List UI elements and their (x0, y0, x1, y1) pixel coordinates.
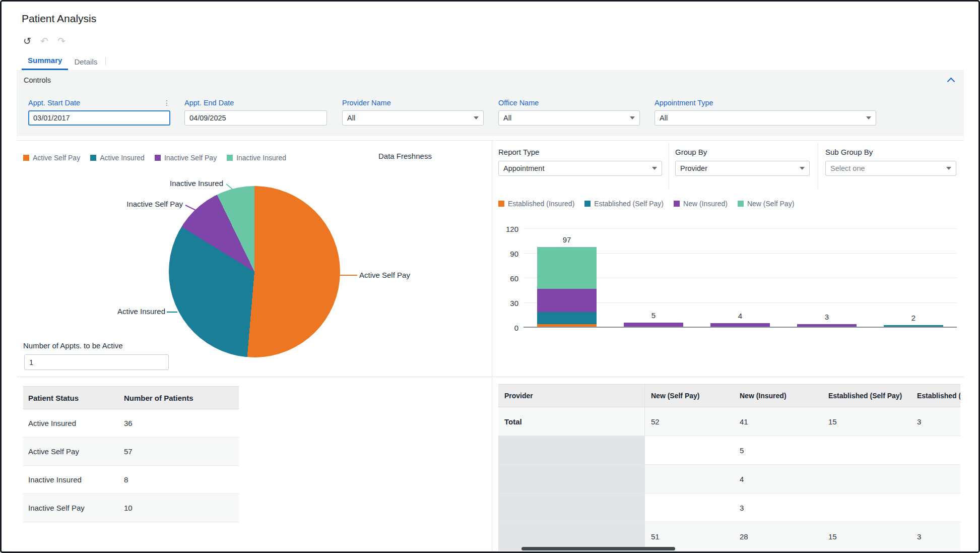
pie-legend: Active Self Pay Active Insured Inactive … (23, 154, 286, 162)
bar-segment[interactable] (797, 324, 857, 327)
table-cell: 15 (822, 407, 911, 436)
bar-segment[interactable] (710, 323, 770, 327)
table-row: Inactive Insured8 (23, 466, 239, 494)
horizontal-scrollbar-thumb[interactable] (521, 547, 675, 550)
provider-table: Provider New (Self Pay) New (Insured) Es… (498, 384, 960, 552)
appointment-type-select[interactable]: All (655, 110, 876, 126)
table-cell: 10 (119, 494, 239, 522)
appts-active-input[interactable] (24, 354, 169, 370)
bar-segment[interactable] (537, 324, 597, 327)
bar-column[interactable] (624, 323, 683, 327)
select-value: All (503, 114, 511, 122)
select-value: All (347, 114, 355, 122)
legend-item[interactable]: Established (Insured) (498, 200, 574, 208)
bar-column[interactable] (710, 323, 770, 327)
y-tick-label: 0 (514, 324, 518, 332)
pie-chart[interactable] (169, 186, 340, 357)
sub-group-by-select[interactable]: Select one (825, 161, 956, 176)
bar-column[interactable] (797, 324, 857, 327)
undo-icon[interactable]: ↶ (38, 35, 51, 48)
bar-total-label: 2 (884, 314, 943, 322)
legend-item[interactable]: Inactive Self Pay (155, 154, 217, 162)
chevron-down-icon (946, 167, 951, 170)
legend-swatch (227, 155, 233, 161)
table-cell: 5 (734, 436, 822, 464)
bar-segment[interactable] (537, 312, 597, 325)
chevron-down-icon (474, 116, 479, 119)
office-name-select[interactable]: All (498, 110, 640, 126)
provider-name-select[interactable]: All (342, 110, 484, 126)
office-name-filter: Office Name All (498, 98, 640, 126)
legend-label: New (Self Pay) (747, 200, 794, 208)
bar-segment[interactable] (537, 247, 597, 289)
table-cell: 4 (734, 465, 822, 493)
group-by-label: Group By (675, 148, 810, 156)
chevron-down-icon (800, 167, 805, 170)
column-header: New (Self Pay) (645, 385, 734, 407)
table-row: 3 (498, 494, 960, 522)
select-value: Appointment (503, 164, 544, 172)
column-header: Established (Self Pay) (822, 385, 911, 407)
filter-menu-icon[interactable]: ⋮ (163, 99, 170, 107)
column-header: Patient Status (23, 387, 119, 409)
patient-status-table: Patient Status Number of Patients Active… (23, 386, 239, 522)
bar-segment[interactable] (884, 325, 943, 327)
table-cell: 52 (645, 407, 734, 436)
reset-icon[interactable]: ↺ (21, 35, 34, 48)
legend-item[interactable]: Active Insured (90, 154, 145, 162)
legend-item[interactable]: Inactive Insured (227, 154, 286, 162)
legend-item[interactable]: Established (Self Pay) (584, 200, 664, 208)
bar-segment[interactable] (537, 289, 597, 312)
select-value: All (660, 114, 668, 122)
chevron-up-icon[interactable] (947, 78, 955, 86)
bar-column[interactable] (884, 325, 943, 327)
table-row: 4 (498, 465, 960, 494)
table-cell: Active Self Pay (23, 438, 119, 465)
appt-end-date-filter: Appt. End Date (184, 98, 327, 126)
bar-segment[interactable] (624, 323, 683, 327)
bar-column[interactable] (537, 247, 597, 327)
bar-total-label: 4 (710, 312, 770, 320)
appts-active-label: Number of Appts. to be Active (23, 341, 123, 350)
legend-item[interactable]: Active Self Pay (23, 154, 80, 162)
legend-label: Active Insured (100, 154, 145, 162)
pie-callout-line (339, 275, 357, 276)
appt-start-date-input[interactable] (28, 110, 170, 126)
data-freshness-title: Data Freshness (378, 152, 432, 160)
group-by-select[interactable]: Provider (675, 161, 810, 176)
column-header: Established (Insured) (911, 385, 960, 407)
provider-table-body: Total52411535435128153 (498, 407, 960, 551)
table-cell: 57 (119, 438, 239, 465)
redacted-provider-cell (498, 494, 645, 522)
controls-title: Controls (24, 76, 51, 84)
redacted-provider-cell (498, 465, 645, 493)
chevron-down-icon (652, 167, 657, 170)
provider-name-filter: Provider Name All (342, 98, 484, 126)
table-cell: 3 (734, 494, 822, 522)
legend-label: Inactive Self Pay (164, 154, 217, 162)
appt-end-date-input[interactable] (184, 110, 327, 126)
table-cell: 3 (911, 407, 960, 436)
sub-group-by-label: Sub Group By (825, 148, 956, 156)
tab-summary[interactable]: Summary (22, 53, 68, 70)
table-cell: 28 (734, 522, 822, 550)
table-row: 5 (498, 436, 960, 465)
legend-item[interactable]: New (Self Pay) (738, 200, 794, 208)
pie-callout-line (167, 312, 177, 313)
pie-label-inactive-self-pay: Inactive Self Pay (99, 200, 183, 208)
gridline (524, 228, 957, 229)
report-type-select[interactable]: Appointment (498, 161, 662, 176)
legend-swatch (738, 201, 744, 207)
sub-group-by-group: Sub Group By Select one (825, 148, 956, 176)
table-row: Active Self Pay57 (23, 438, 239, 466)
legend-label: Active Self Pay (33, 154, 80, 162)
table-header: Patient Status Number of Patients (23, 386, 239, 409)
redacted-provider-cell (498, 522, 645, 550)
legend-item[interactable]: New (Insured) (674, 200, 728, 208)
page-title: Patient Analysis (22, 13, 96, 25)
redo-icon[interactable]: ↷ (55, 35, 68, 48)
patient-status-pie-panel: Active Self Pay Active Insured Inactive … (17, 141, 492, 377)
column-header: Number of Patients (119, 387, 239, 409)
table-cell: 41 (734, 407, 822, 436)
tab-details[interactable]: Details (68, 54, 103, 70)
